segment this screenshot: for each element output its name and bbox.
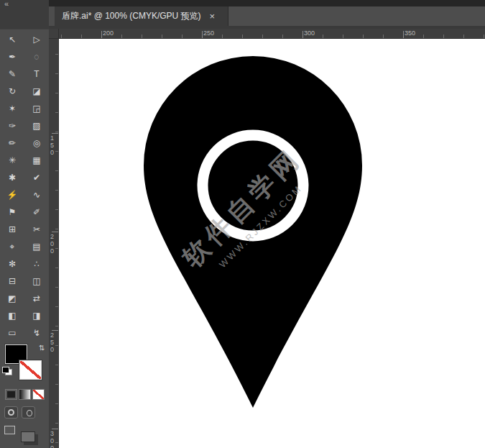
tool-icon: ◲ xyxy=(32,101,40,116)
tool-icon: ◌ xyxy=(34,49,39,65)
tool-icon: ⌖ xyxy=(10,239,15,255)
horizontal-ruler-label: 250 xyxy=(203,29,214,37)
live-paint-selection-tool[interactable]: ◨ xyxy=(26,308,47,324)
eraser-tool[interactable]: ◪ xyxy=(26,83,47,99)
pen-tool[interactable]: ✒ xyxy=(1,49,23,65)
paint-style-row xyxy=(0,389,49,400)
shaper-tool[interactable]: ✳ xyxy=(1,152,23,168)
tool-icon: ◧ xyxy=(8,308,16,324)
tool-icon: ∿ xyxy=(33,187,40,203)
none-button[interactable] xyxy=(32,389,45,400)
vertical-ruler-label: 250 xyxy=(50,332,57,353)
screen-mode-button[interactable] xyxy=(4,426,15,434)
tool-icon: T xyxy=(34,66,39,82)
ruler-corner[interactable] xyxy=(49,29,59,39)
spiral-tool[interactable]: ◎ xyxy=(26,135,47,151)
tool-icon: ✏ xyxy=(9,135,16,151)
tool-icon: ▨ xyxy=(32,118,40,134)
tool-icon: ✎ xyxy=(9,66,16,82)
symbol-sprayer-tool[interactable]: ✱ xyxy=(1,170,23,186)
navigator-tool[interactable]: ▭ xyxy=(1,325,23,341)
slice-tool[interactable]: ✐ xyxy=(26,204,47,220)
gradient-tool[interactable]: ▨ xyxy=(26,118,47,134)
mesh-tool[interactable]: ⚑ xyxy=(1,204,23,220)
grid-tool[interactable]: ▦ xyxy=(26,152,47,168)
dots-tool[interactable]: ∴ xyxy=(26,256,47,272)
tool-icon: ✱ xyxy=(9,170,16,186)
draw-behind-button[interactable] xyxy=(22,406,35,419)
tool-icon: ↖ xyxy=(9,32,16,47)
tool-icon: ▭ xyxy=(8,325,16,341)
measure-tool[interactable]: ↯ xyxy=(26,325,47,341)
tool-icon: ⚡ xyxy=(7,187,18,203)
tool-icon: ▤ xyxy=(32,239,40,255)
document-tab[interactable]: 盾牌.ai* @ 100% (CMYK/GPU 预览) × xyxy=(55,6,228,26)
vertical-ruler-label: 300 xyxy=(50,430,57,448)
horizontal-ruler-label: 200 xyxy=(103,29,114,37)
tool-icon: ↯ xyxy=(33,325,40,341)
tab-close-icon[interactable]: × xyxy=(208,11,217,22)
vertical-ruler-label: 200 xyxy=(50,233,57,255)
blend-tool[interactable]: ⇄ xyxy=(26,291,47,306)
swap-fill-stroke-icon[interactable]: ⇄ xyxy=(38,344,46,350)
tool-icon: ⇄ xyxy=(33,291,40,306)
titlebar-strip xyxy=(49,0,485,6)
tool-icon: ✂ xyxy=(33,221,40,237)
gradient-button[interactable] xyxy=(19,389,31,400)
artboard-tool[interactable]: ⊞ xyxy=(1,221,23,237)
hand-tool[interactable]: ⊟ xyxy=(1,273,23,289)
rotate-tool[interactable]: ↻ xyxy=(1,83,23,99)
illustrator-window: « 盾牌.ai* @ 100% (CMYK/GPU 预览) × ↖ ▷ xyxy=(0,0,485,448)
live-paint-tool[interactable]: ◧ xyxy=(1,308,23,324)
tool-icon: ✻ xyxy=(9,256,16,272)
fill-stroke-controls: ⇄ xyxy=(0,343,49,386)
tool-icon: ◪ xyxy=(32,83,40,99)
tool-icon: ⊞ xyxy=(9,221,16,237)
free-transform-tool[interactable]: ▤ xyxy=(26,239,47,255)
width-tool[interactable]: ◫ xyxy=(26,273,47,289)
zoom-tool[interactable]: ⌖ xyxy=(1,239,23,255)
collapse-toolbar-button[interactable]: « xyxy=(4,0,9,8)
vertical-ruler-label: 150 xyxy=(50,134,57,156)
tool-icon: ▦ xyxy=(32,152,40,168)
document-tab-title: 盾牌.ai* @ 100% (CMYK/GPU 预览) xyxy=(62,10,201,22)
magic-wand-tool[interactable]: ✶ xyxy=(1,101,23,116)
shear-tool[interactable]: ◩ xyxy=(1,291,23,306)
map-pin-artwork[interactable] xyxy=(59,39,485,448)
tool-icon: ↻ xyxy=(9,83,16,99)
tool-icon: ⊟ xyxy=(9,273,16,289)
type-tool[interactable]: T xyxy=(26,66,47,82)
horizontal-ruler[interactable]: 200 250 300 350 xyxy=(59,29,485,39)
color-button[interactable] xyxy=(5,389,17,400)
shape-builder-tool[interactable]: ✔ xyxy=(26,170,47,186)
lasso-tool[interactable]: ◌ xyxy=(26,49,47,65)
default-fill-stroke-icon[interactable] xyxy=(2,367,12,375)
toolbar-header: « xyxy=(0,0,49,29)
tool-icon: ⚑ xyxy=(9,204,17,220)
draw-normal-button[interactable] xyxy=(4,406,18,419)
scissors-tool[interactable]: ✂ xyxy=(26,221,47,237)
tool-icon: ✑ xyxy=(9,118,16,134)
eyedropper-tool[interactable]: ✑ xyxy=(1,118,23,134)
direct-selection-tool[interactable]: ▷ xyxy=(26,32,47,47)
tool-icon: ✳ xyxy=(9,152,16,168)
paintbrush-tool[interactable]: ✎ xyxy=(1,66,23,82)
vertical-ruler[interactable]: 150 200 250 300 xyxy=(49,39,59,448)
selection-tool[interactable]: ↖ xyxy=(1,32,23,47)
stroke-color-swatch[interactable] xyxy=(19,360,42,380)
tool-icon: ✐ xyxy=(33,204,40,220)
tool-icon: ◎ xyxy=(33,135,40,151)
tool-icon: ◨ xyxy=(32,308,40,324)
tools-panel: ↖ ▷ ✒ ◌ ✎ T xyxy=(0,29,49,448)
blob-brush-tool[interactable]: ⚡ xyxy=(1,187,23,203)
symbol-tool[interactable]: ✻ xyxy=(1,256,23,272)
tool-icon: ✔ xyxy=(33,170,40,186)
smooth-tool[interactable]: ∿ xyxy=(26,187,47,203)
change-screen-mode-icon[interactable] xyxy=(21,431,35,442)
scale-tool[interactable]: ◲ xyxy=(26,101,47,116)
pencil-tool[interactable]: ✏ xyxy=(1,135,23,151)
tool-icon: ▷ xyxy=(33,32,40,47)
horizontal-ruler-label: 300 xyxy=(304,29,315,37)
tools-grid: ↖ ▷ ✒ ◌ ✎ T xyxy=(0,29,49,342)
artboard-canvas[interactable]: 软件自学网 WWW.RJZXW.COM xyxy=(59,39,485,448)
